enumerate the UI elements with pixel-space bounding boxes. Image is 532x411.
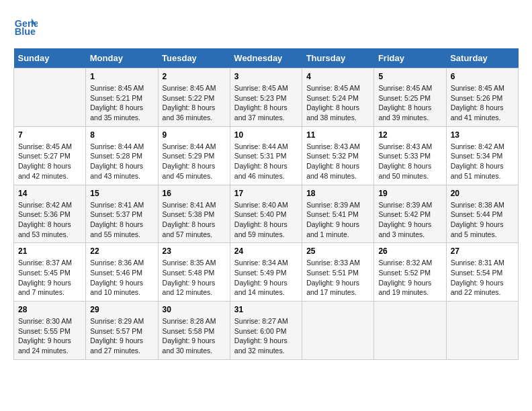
day-number: 22 [90,246,153,256]
day-content: Sunrise: 8:45 AM Sunset: 5:26 PM Dayligh… [451,83,514,123]
day-number: 25 [306,246,369,256]
week-row-4: 28Sunrise: 8:30 AM Sunset: 5:55 PM Dayli… [14,302,519,360]
calendar-cell: 4Sunrise: 8:45 AM Sunset: 5:24 PM Daylig… [302,68,374,127]
day-number: 30 [163,305,226,314]
day-number: 7 [18,130,81,140]
day-content: Sunrise: 8:44 AM Sunset: 5:31 PM Dayligh… [234,142,298,181]
calendar-cell: 18Sunrise: 8:39 AM Sunset: 5:41 PM Dayli… [302,185,374,243]
day-number: 12 [378,130,441,140]
calendar-cell: 28Sunrise: 8:30 AM Sunset: 5:55 PM Dayli… [14,302,86,360]
week-row-1: 7Sunrise: 8:45 AM Sunset: 5:27 PM Daylig… [14,126,519,185]
day-content: Sunrise: 8:43 AM Sunset: 5:33 PM Dayligh… [378,142,441,181]
day-content: Sunrise: 8:45 AM Sunset: 5:23 PM Dayligh… [234,83,298,123]
calendar-cell: 22Sunrise: 8:36 AM Sunset: 5:46 PM Dayli… [86,243,158,302]
day-number: 19 [378,189,441,198]
day-number: 27 [451,246,514,256]
day-content: Sunrise: 8:31 AM Sunset: 5:54 PM Dayligh… [451,258,514,298]
day-number: 29 [90,305,153,314]
day-number: 8 [90,130,153,140]
calendar-cell: 6Sunrise: 8:45 AM Sunset: 5:26 PM Daylig… [446,68,518,127]
day-content: Sunrise: 8:36 AM Sunset: 5:46 PM Dayligh… [90,258,153,298]
column-header-tuesday: Tuesday [158,48,230,68]
day-number: 16 [163,189,226,198]
day-content: Sunrise: 8:37 AM Sunset: 5:45 PM Dayligh… [18,258,81,298]
day-content: Sunrise: 8:40 AM Sunset: 5:40 PM Dayligh… [234,200,298,240]
day-content: Sunrise: 8:39 AM Sunset: 5:42 PM Dayligh… [378,200,441,240]
calendar-cell: 27Sunrise: 8:31 AM Sunset: 5:54 PM Dayli… [446,243,518,302]
day-number: 9 [163,130,226,140]
day-content: Sunrise: 8:32 AM Sunset: 5:52 PM Dayligh… [378,258,441,298]
day-number: 14 [18,189,81,198]
svg-text:Blue: Blue [15,26,36,37]
week-row-2: 14Sunrise: 8:42 AM Sunset: 5:36 PM Dayli… [14,185,519,243]
day-content: Sunrise: 8:45 AM Sunset: 5:21 PM Dayligh… [90,83,153,123]
day-number: 15 [90,189,153,198]
day-content: Sunrise: 8:45 AM Sunset: 5:24 PM Dayligh… [306,83,369,123]
day-content: Sunrise: 8:39 AM Sunset: 5:41 PM Dayligh… [306,200,369,240]
day-content: Sunrise: 8:44 AM Sunset: 5:29 PM Dayligh… [163,142,226,181]
calendar-cell: 10Sunrise: 8:44 AM Sunset: 5:31 PM Dayli… [230,126,302,185]
day-content: Sunrise: 8:34 AM Sunset: 5:49 PM Dayligh… [234,258,298,298]
calendar-cell: 13Sunrise: 8:42 AM Sunset: 5:34 PM Dayli… [446,126,518,185]
calendar-cell: 21Sunrise: 8:37 AM Sunset: 5:45 PM Dayli… [14,243,86,302]
calendar-cell: 24Sunrise: 8:34 AM Sunset: 5:49 PM Dayli… [230,243,302,302]
calendar-cell: 29Sunrise: 8:29 AM Sunset: 5:57 PM Dayli… [86,302,158,360]
calendar-table: SundayMondayTuesdayWednesdayThursdayFrid… [13,48,519,360]
day-content: Sunrise: 8:35 AM Sunset: 5:48 PM Dayligh… [163,258,226,298]
column-header-sunday: Sunday [14,48,86,68]
week-row-0: 1Sunrise: 8:45 AM Sunset: 5:21 PM Daylig… [14,68,519,127]
column-header-monday: Monday [86,48,158,68]
calendar-cell: 19Sunrise: 8:39 AM Sunset: 5:42 PM Dayli… [374,185,446,243]
day-content: Sunrise: 8:29 AM Sunset: 5:57 PM Dayligh… [90,316,153,356]
calendar-cell: 8Sunrise: 8:44 AM Sunset: 5:28 PM Daylig… [86,126,158,185]
column-header-thursday: Thursday [302,48,374,68]
day-content: Sunrise: 8:45 AM Sunset: 5:25 PM Dayligh… [378,83,441,123]
calendar-cell: 14Sunrise: 8:42 AM Sunset: 5:36 PM Dayli… [14,185,86,243]
week-row-3: 21Sunrise: 8:37 AM Sunset: 5:45 PM Dayli… [14,243,519,302]
day-number: 17 [234,189,298,198]
calendar-cell: 30Sunrise: 8:28 AM Sunset: 5:58 PM Dayli… [158,302,230,360]
day-content: Sunrise: 8:41 AM Sunset: 5:38 PM Dayligh… [163,200,226,240]
calendar-cell: 9Sunrise: 8:44 AM Sunset: 5:29 PM Daylig… [158,126,230,185]
day-content: Sunrise: 8:42 AM Sunset: 5:34 PM Dayligh… [451,142,514,181]
calendar-cell: 23Sunrise: 8:35 AM Sunset: 5:48 PM Dayli… [158,243,230,302]
calendar-cell [374,302,446,360]
day-content: Sunrise: 8:30 AM Sunset: 5:55 PM Dayligh… [18,316,81,356]
calendar-cell: 26Sunrise: 8:32 AM Sunset: 5:52 PM Dayli… [374,243,446,302]
calendar-cell: 20Sunrise: 8:38 AM Sunset: 5:44 PM Dayli… [446,185,518,243]
day-number: 24 [234,246,298,256]
day-number: 23 [163,246,226,256]
calendar-cell [14,68,86,127]
day-number: 5 [378,72,441,81]
day-content: Sunrise: 8:33 AM Sunset: 5:51 PM Dayligh… [306,258,369,298]
calendar-cell: 2Sunrise: 8:45 AM Sunset: 5:22 PM Daylig… [158,68,230,127]
calendar-cell: 31Sunrise: 8:27 AM Sunset: 6:00 PM Dayli… [230,302,302,360]
calendar-cell [446,302,518,360]
day-number: 26 [378,246,441,256]
calendar-cell: 11Sunrise: 8:43 AM Sunset: 5:32 PM Dayli… [302,126,374,185]
calendar-cell: 15Sunrise: 8:41 AM Sunset: 5:37 PM Dayli… [86,185,158,243]
day-content: Sunrise: 8:41 AM Sunset: 5:37 PM Dayligh… [90,200,153,240]
calendar-cell: 3Sunrise: 8:45 AM Sunset: 5:23 PM Daylig… [230,68,302,127]
day-number: 11 [306,130,369,140]
day-number: 18 [306,189,369,198]
calendar-cell: 1Sunrise: 8:45 AM Sunset: 5:21 PM Daylig… [86,68,158,127]
day-content: Sunrise: 8:27 AM Sunset: 6:00 PM Dayligh… [234,316,298,356]
day-number: 21 [18,246,81,256]
day-content: Sunrise: 8:45 AM Sunset: 5:27 PM Dayligh… [18,142,81,181]
column-header-saturday: Saturday [446,48,518,68]
column-header-wednesday: Wednesday [230,48,302,68]
day-number: 10 [234,130,298,140]
day-number: 2 [163,72,226,81]
calendar-cell: 25Sunrise: 8:33 AM Sunset: 5:51 PM Dayli… [302,243,374,302]
day-number: 31 [234,305,298,314]
calendar-cell [302,302,374,360]
calendar-cell: 5Sunrise: 8:45 AM Sunset: 5:25 PM Daylig… [374,68,446,127]
logo-icon: General Blue [13,13,38,38]
day-number: 13 [451,130,514,140]
calendar-cell: 17Sunrise: 8:40 AM Sunset: 5:40 PM Dayli… [230,185,302,243]
logo: General Blue [13,13,40,38]
calendar-cell: 16Sunrise: 8:41 AM Sunset: 5:38 PM Dayli… [158,185,230,243]
day-number: 6 [451,72,514,81]
day-content: Sunrise: 8:44 AM Sunset: 5:28 PM Dayligh… [90,142,153,181]
